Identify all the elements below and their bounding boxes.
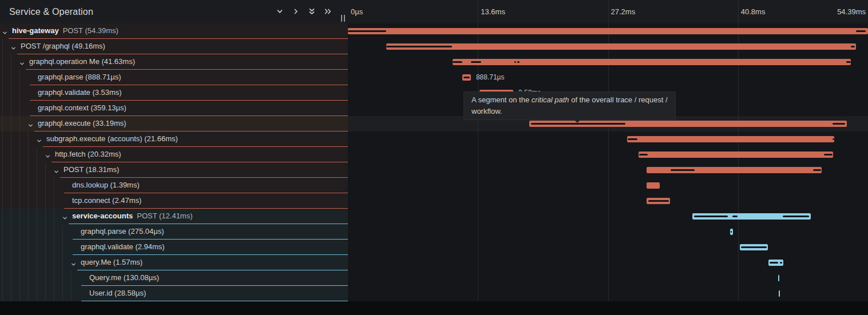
- critical-path-stripe: [628, 138, 637, 140]
- span-bar[interactable]: [348, 28, 868, 34]
- expand-chevron-icon[interactable]: [19, 59, 25, 65]
- indent-guide: [28, 162, 29, 178]
- span-bar[interactable]: [627, 136, 834, 142]
- tree-row-label: http.fetch (20.32ms): [55, 147, 346, 162]
- indent-guide: [54, 255, 54, 270]
- span-bar[interactable]: [778, 275, 779, 281]
- expand-chevron-icon[interactable]: [10, 43, 17, 50]
- tree-row-label: graphql.parse (275.04µs): [81, 224, 346, 239]
- tree-row[interactable]: graphql.validate (3.53ms): [0, 85, 348, 101]
- indent-guide: [37, 178, 37, 193]
- indent-guide: [11, 162, 11, 178]
- tree-row-label: query.Me (1.57ms): [81, 255, 346, 270]
- indent-guide: [2, 85, 3, 101]
- chevron-right-icon[interactable]: [290, 5, 302, 18]
- span-bar[interactable]: [647, 182, 660, 189]
- span-bar[interactable]: [639, 151, 833, 158]
- indent-guide: [54, 224, 54, 240]
- indent-guide: [45, 286, 46, 301]
- axis-tick-label: 40.8ms: [741, 0, 766, 23]
- indent-guide: [19, 255, 20, 270]
- span-bar[interactable]: [692, 213, 811, 220]
- tree-row[interactable]: hive-gatewayPOST (54.39ms): [0, 23, 348, 39]
- expand-chevron-icon[interactable]: [27, 121, 34, 127]
- indent-guide: [37, 270, 37, 286]
- tree-row[interactable]: graphql.parse (888.71µs): [0, 70, 348, 85]
- indent-guide: [54, 209, 54, 224]
- span-bar[interactable]: [740, 244, 768, 250]
- expand-chevron-icon[interactable]: [62, 213, 68, 220]
- tree-row[interactable]: graphql.validate (2.94ms): [0, 240, 348, 255]
- tree-row[interactable]: graphql.parse (275.04µs): [0, 224, 348, 240]
- indent-guide: [54, 286, 54, 301]
- span-bar[interactable]: [462, 74, 471, 81]
- indent-guide: [19, 224, 20, 240]
- critical-path-stripe: [453, 61, 462, 63]
- span-bar[interactable]: [386, 43, 857, 50]
- span-bar[interactable]: [453, 59, 851, 65]
- tree-row[interactable]: graphql.context (359.13µs): [0, 101, 348, 116]
- indent-guide: [28, 255, 29, 270]
- indent-guide: [71, 270, 72, 286]
- span-bar[interactable]: [647, 167, 822, 173]
- tree-row-label: graphql.validate (2.94ms): [81, 240, 346, 254]
- tree-row[interactable]: graphql.execute (33.19ms): [0, 116, 348, 131]
- tree-row[interactable]: service-accountsPOST (12.41ms): [0, 209, 348, 224]
- indent-guide: [62, 240, 63, 255]
- expand-chevron-icon[interactable]: [36, 136, 42, 142]
- critical-path-stripe: [783, 216, 809, 217]
- span-bar[interactable]: [768, 260, 783, 266]
- tree-row[interactable]: dns.lookup (1.39ms): [0, 178, 348, 193]
- indent-guide: [2, 116, 3, 131]
- indent-guide: [19, 178, 20, 193]
- critical-path-stripe: [531, 123, 625, 125]
- indent-guide: [28, 147, 29, 162]
- indent-guide: [11, 54, 11, 70]
- tree-row-label: POST (18.31ms): [64, 162, 346, 177]
- indent-guide: [37, 209, 37, 224]
- indent-guide: [2, 270, 3, 286]
- chevron-down-icon[interactable]: [274, 5, 286, 18]
- critical-path-stripe: [348, 30, 386, 32]
- tree-row[interactable]: query.Me (1.57ms): [0, 255, 348, 270]
- indent-guide: [11, 85, 11, 101]
- expand-chevron-icon[interactable]: [53, 167, 60, 173]
- service-operation-header: Service & Operation: [0, 0, 348, 23]
- tree-row[interactable]: POST /graphql (49.16ms): [0, 39, 348, 54]
- bottom-strip: [0, 301, 868, 315]
- tree-row-label: service-accountsPOST (12.41ms): [72, 209, 346, 224]
- critical-path-stripe: [846, 61, 851, 63]
- indent-guide: [45, 255, 46, 270]
- span-bar[interactable]: [647, 198, 670, 204]
- double-chevron-down-icon[interactable]: [306, 5, 318, 18]
- indent-guide: [45, 224, 46, 240]
- tree-row[interactable]: User.id (28.58µs): [0, 286, 348, 301]
- tree-row-label: tcp.connect (2.47ms): [72, 193, 346, 208]
- indent-guide: [2, 101, 3, 116]
- tree-row[interactable]: http.fetch (20.32ms): [0, 147, 348, 162]
- expand-chevron-icon[interactable]: [70, 260, 77, 266]
- tree-row[interactable]: POST (18.31ms): [0, 162, 348, 178]
- tree-row[interactable]: tcp.connect (2.47ms): [0, 193, 348, 209]
- span-bar[interactable]: [730, 229, 733, 235]
- critical-path-stripe: [741, 246, 767, 248]
- tree-row[interactable]: Query.me (130.08µs): [0, 270, 348, 286]
- indent-guide: [37, 255, 37, 270]
- expand-chevron-icon[interactable]: [45, 151, 51, 158]
- tree-row[interactable]: subgraph.execute (accounts) (21.66ms): [0, 131, 348, 147]
- critical-path-stripe: [386, 46, 452, 47]
- critical-path-stripe: [694, 216, 728, 217]
- panel-resize-handle[interactable]: [340, 14, 347, 22]
- span-bar[interactable]: [779, 290, 780, 297]
- panel-title: Service & Operation: [9, 0, 93, 23]
- indent-guide: [28, 193, 29, 209]
- double-chevron-right-icon[interactable]: [322, 5, 334, 18]
- indent-guide: [11, 193, 11, 209]
- indent-guide: [11, 255, 11, 270]
- tree-row-label: graphql.operation Me (41.63ms): [29, 54, 346, 69]
- critical-path-stripe: [856, 30, 866, 32]
- indent-guide: [11, 224, 11, 240]
- expand-chevron-icon[interactable]: [2, 28, 8, 34]
- tree-row[interactable]: graphql.operation Me (41.63ms): [0, 54, 348, 70]
- indent-guide: [2, 240, 3, 255]
